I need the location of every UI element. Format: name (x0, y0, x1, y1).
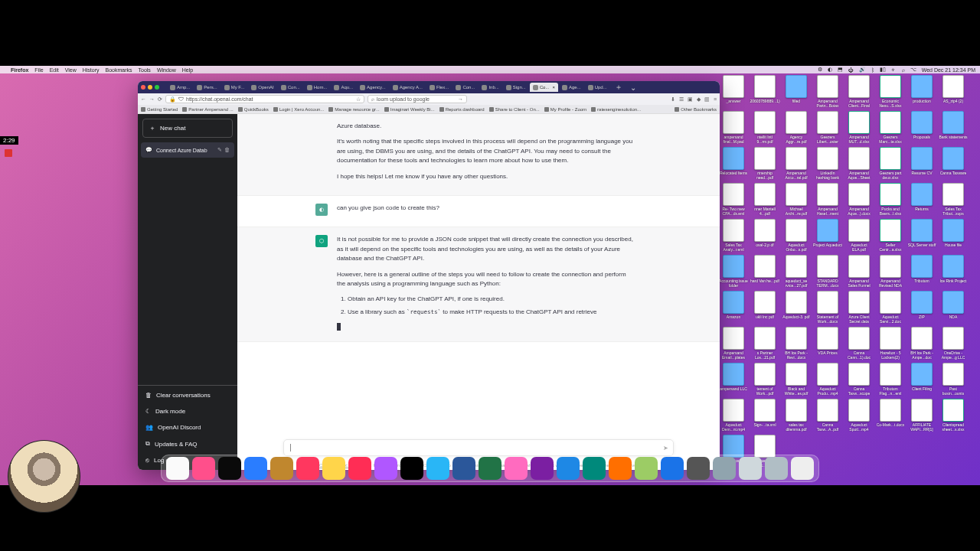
dock-app[interactable] (583, 457, 606, 480)
close-tab-icon[interactable]: × (552, 85, 555, 90)
menu-file[interactable]: File (34, 67, 43, 73)
status-icon[interactable]: 🔊 (859, 67, 866, 73)
dock-app[interactable] (374, 457, 397, 480)
desktop-file[interactable]: nner Mantell 4...pdf (750, 183, 780, 218)
status-icon[interactable]: ⚙ (818, 67, 822, 73)
dock-app[interactable] (296, 457, 319, 480)
desktop-file[interactable]: Proposals (906, 111, 937, 146)
ext-icon[interactable]: ▣ (688, 96, 693, 103)
desktop-file[interactable]: Ampersand Partn...Botax (812, 75, 843, 110)
desktop-file[interactable]: SQL Server stuff (906, 219, 937, 254)
bookmark-item[interactable]: Login | Xero Accoun... (273, 107, 325, 112)
bookmark-item[interactable]: Imaginari Weekly Bi... (384, 107, 435, 112)
sidebar-moon[interactable]: ☾Dark mode (138, 403, 237, 419)
desktop-file[interactable]: Ampersand MUT...d.xlsx (844, 111, 874, 146)
desktop-file[interactable]: Tributum Flag...n...eml (875, 363, 906, 398)
desktop-file[interactable]: BH Ice Park - Ampe...doc (906, 327, 937, 362)
desktop-file[interactable]: Re- Two new CPA...ds.eml (718, 183, 749, 218)
dock-app[interactable] (270, 457, 293, 480)
desktop-file[interactable]: tement of Work...pdf (750, 363, 780, 398)
browser-tab[interactable]: Con... (452, 83, 478, 92)
dock-app[interactable] (192, 457, 215, 480)
desktop-file[interactable]: Ampersand Sales Funnel (844, 255, 874, 290)
desktop-file[interactable]: Seller Centr...a.xlsx (875, 219, 906, 254)
desktop-file[interactable]: sales tax dilemma.pdf (781, 399, 812, 434)
desktop-file[interactable]: Geezers part deux.xlsx (875, 147, 906, 182)
desktop-file[interactable]: Sales Tax Analy...r.eml (718, 219, 749, 254)
menu-view[interactable]: View (65, 67, 77, 73)
dock-app[interactable] (322, 457, 345, 480)
desktop-file[interactable]: AFFILIATE WAPI...RR[1] (906, 399, 937, 434)
dock-app[interactable] (739, 457, 762, 480)
desktop-file[interactable]: filled (781, 75, 812, 110)
browser-tab[interactable]: Upd... (585, 83, 610, 92)
desktop-file[interactable]: Client Filing (906, 363, 937, 398)
desktop-file[interactable]: Michael Archi...re.pdf (781, 183, 812, 218)
browser-tab[interactable]: Con... (278, 83, 303, 92)
dock-app[interactable] (531, 457, 554, 480)
desktop-file[interactable]: Azure Client Secret data (844, 291, 874, 326)
edit-icon[interactable]: ✎ (217, 147, 222, 153)
desktop-file[interactable]: ukli Inc pdf (750, 291, 780, 326)
desktop-file[interactable]: 20220603789889...1).pdf (750, 75, 780, 110)
desktop-file[interactable]: Sign-...ta.xml (750, 399, 780, 434)
status-icon[interactable]: ◐ (828, 67, 832, 73)
sidebar-trash[interactable]: 🗑Clear conversations (138, 387, 237, 403)
ext-icon[interactable]: ≡ (714, 96, 717, 103)
dock-app[interactable] (348, 457, 371, 480)
desktop-file[interactable]: Hazelton - 5 Lockers(2) (875, 327, 906, 362)
desktop-file[interactable]: Resume CV (906, 147, 937, 182)
desktop-file[interactable]: Economic Nexu...S.xlsx (875, 75, 906, 110)
dock-app[interactable] (765, 457, 788, 480)
dock-app[interactable] (661, 457, 684, 480)
dock-app[interactable] (400, 457, 423, 480)
desktop-file[interactable]: Ampersand Aque...Sheet (844, 147, 874, 182)
desktop-file[interactable]: Ampersand Hasel...ment (812, 183, 843, 218)
desktop-file[interactable]: LinkedIn hashtag bank (812, 147, 843, 182)
browser-tab[interactable]: Inb... (479, 83, 501, 92)
minimize-icon[interactable] (148, 85, 152, 90)
desktop-file[interactable]: Sales Tax Tribut...xups (938, 183, 969, 218)
desktop-file[interactable]: Project Aqueduct (812, 219, 843, 254)
desktop-file[interactable]: Aqueduct Onbo...s.pdf (781, 219, 812, 254)
desktop-file[interactable]: hard Van he...pdf (750, 255, 780, 290)
browser-tab[interactable]: Age... (559, 83, 584, 92)
desktop-file[interactable]: Geezers Marc...te.xlsx (875, 111, 906, 146)
window-controls[interactable] (141, 85, 159, 90)
search-icon[interactable]: ⌕ (902, 67, 905, 73)
desktop-file[interactable]: Ampersand Aque...).docx (844, 183, 874, 218)
desktop-file[interactable]: Ampersand Revised NDA (875, 255, 906, 290)
desktop-file[interactable]: Canna Cann...1).doc (844, 327, 874, 362)
bookmark-item[interactable]: Getting Started (141, 107, 178, 112)
new-chat-button[interactable]: ＋ New chat (142, 119, 233, 138)
battery-icon[interactable]: ▮▯ (880, 67, 886, 73)
desktop-file[interactable]: Statement of Work...docx (812, 291, 843, 326)
desktop-file[interactable]: Returns (906, 183, 937, 218)
sidebar-link[interactable]: ⧉Updates & FAQ (138, 435, 237, 452)
desktop-file[interactable]: Pucks and Beers...l.xlsx (875, 183, 906, 218)
desktop-file[interactable]: Tributum (906, 255, 937, 290)
dock-app[interactable] (218, 457, 241, 480)
desktop-file[interactable]: Co-Mark...t.docx (875, 399, 906, 434)
delete-icon[interactable]: 🗑 (224, 147, 230, 153)
dock-app[interactable] (609, 457, 632, 480)
desktop-file[interactable]: House file (938, 219, 969, 254)
desktop-file[interactable]: ZIP (906, 291, 937, 326)
sidebar-discord[interactable]: 👥OpenAI Discord (138, 419, 237, 435)
bookmark-item[interactable]: Other Bookmarks (675, 107, 717, 112)
browser-tab[interactable]: Pers... (194, 83, 220, 92)
desktop-file[interactable]: Canna Taxw...A..pdf (812, 399, 843, 434)
desktop-file[interactable]: Ice Rink Project (938, 255, 969, 290)
browser-tab[interactable]: Hom... (304, 83, 331, 92)
bookmark-item[interactable]: ratesenginesolution... (591, 107, 641, 112)
desktop-file[interactable]: osal-2.p df (750, 219, 780, 254)
dock-app[interactable] (635, 457, 658, 480)
tabs-dropdown-icon[interactable]: ⌄ (627, 83, 639, 92)
maximize-icon[interactable] (155, 85, 159, 90)
dock-app[interactable] (166, 457, 189, 480)
status-icon[interactable]: ⬒ (838, 67, 843, 73)
browser-tab[interactable]: My F... (221, 83, 248, 92)
bookmark-item[interactable]: My Profile - Zoom (544, 107, 586, 112)
desktop-file[interactable]: Aqueduct Dem...nt.mp4 (718, 399, 749, 434)
desktop-file[interactable]: Geezers Libert...oster (812, 111, 843, 146)
